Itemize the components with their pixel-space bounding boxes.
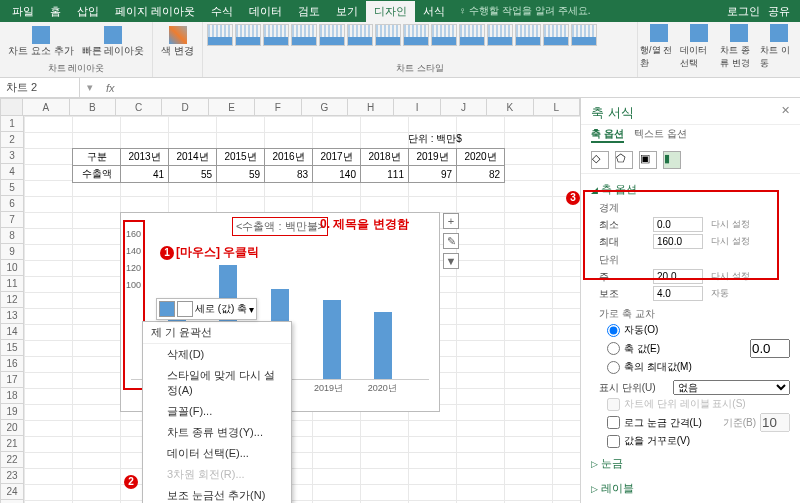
- chart-style-option[interactable]: [431, 24, 457, 46]
- tab-pagelayout[interactable]: 페이지 레이아웃: [107, 1, 203, 22]
- row-header[interactable]: 18: [0, 388, 24, 404]
- axis-options-icon[interactable]: ▮: [663, 151, 681, 169]
- minor-input[interactable]: [653, 286, 703, 301]
- row-header[interactable]: 11: [0, 276, 24, 292]
- row-header[interactable]: 7: [0, 212, 24, 228]
- chart-filter-button[interactable]: ▼: [443, 253, 459, 269]
- chart-style-option[interactable]: [403, 24, 429, 46]
- row-header[interactable]: 6: [0, 196, 24, 212]
- reverse-values-checkbox[interactable]: [607, 435, 620, 448]
- cross-max-radio[interactable]: [607, 361, 620, 374]
- tab-file[interactable]: 파일: [4, 1, 42, 22]
- min-input[interactable]: [653, 217, 703, 232]
- row-header[interactable]: 3: [0, 148, 24, 164]
- row-header[interactable]: 8: [0, 228, 24, 244]
- cross-value-input[interactable]: [750, 339, 790, 358]
- tab-home[interactable]: 홈: [42, 1, 69, 22]
- chart-style-option[interactable]: [319, 24, 345, 46]
- tab-design[interactable]: 디자인: [366, 1, 415, 22]
- col-header[interactable]: F: [255, 98, 301, 116]
- row-header[interactable]: 13: [0, 308, 24, 324]
- row-header[interactable]: 22: [0, 452, 24, 468]
- col-header[interactable]: K: [487, 98, 533, 116]
- pane-tab-text-options[interactable]: 텍스트 옵션: [634, 127, 687, 143]
- row-header[interactable]: 21: [0, 436, 24, 452]
- section-axis-options[interactable]: 축 옵션: [591, 180, 790, 199]
- row-header[interactable]: 23: [0, 468, 24, 484]
- row-header[interactable]: 24: [0, 484, 24, 500]
- col-header[interactable]: I: [394, 98, 440, 116]
- cross-value-radio[interactable]: [607, 342, 620, 355]
- effects-icon[interactable]: ⬠: [615, 151, 633, 169]
- col-header[interactable]: L: [534, 98, 580, 116]
- change-chart-type-button[interactable]: 차트 종류 변경: [720, 24, 758, 75]
- max-input[interactable]: [653, 234, 703, 249]
- move-chart-button[interactable]: 차트 이동: [760, 24, 798, 75]
- share-button[interactable]: 공유: [768, 4, 790, 19]
- tab-format[interactable]: 서식: [415, 1, 453, 22]
- row-header[interactable]: 2: [0, 132, 24, 148]
- row-header[interactable]: 20: [0, 420, 24, 436]
- row-header[interactable]: 12: [0, 292, 24, 308]
- chart-bar[interactable]: [323, 300, 341, 379]
- quick-layout-button[interactable]: 빠른 레이아웃: [78, 24, 149, 60]
- row-header[interactable]: 4: [0, 164, 24, 180]
- row-header[interactable]: 9: [0, 244, 24, 260]
- cross-auto-radio[interactable]: [607, 324, 620, 337]
- auto-minor[interactable]: 자동: [711, 287, 729, 300]
- dropdown-icon[interactable]: ▾: [249, 304, 254, 315]
- fx-icon[interactable]: fx: [100, 82, 121, 94]
- login-link[interactable]: 로그인: [727, 4, 760, 19]
- chart-style-option[interactable]: [291, 24, 317, 46]
- size-icon[interactable]: ▣: [639, 151, 657, 169]
- ctx-select-data[interactable]: 데이터 선택(E)...: [143, 443, 291, 464]
- chart-style-option[interactable]: [263, 24, 289, 46]
- chart-style-option[interactable]: [515, 24, 541, 46]
- pane-close-icon[interactable]: ✕: [781, 104, 790, 122]
- ctx-add-minor-gridlines[interactable]: 보조 눈금선 추가(N): [143, 485, 291, 503]
- reset-min[interactable]: 다시 설정: [711, 218, 750, 231]
- col-header[interactable]: C: [116, 98, 162, 116]
- pane-tab-axis-options[interactable]: 축 옵션: [591, 127, 624, 143]
- row-header[interactable]: 10: [0, 260, 24, 276]
- fill-color-icon[interactable]: [159, 301, 175, 317]
- chart-style-option[interactable]: [347, 24, 373, 46]
- select-data-button[interactable]: 데이터 선택: [680, 24, 718, 75]
- col-header[interactable]: H: [348, 98, 394, 116]
- change-colors-button[interactable]: 색 변경: [157, 24, 198, 60]
- add-chart-element-button[interactable]: 차트 요소 추가: [4, 24, 78, 60]
- section-label[interactable]: 레이블: [591, 479, 790, 498]
- name-box[interactable]: 차트 2: [0, 78, 80, 97]
- chart-styles-button[interactable]: ✎: [443, 233, 459, 249]
- row-header[interactable]: 16: [0, 356, 24, 372]
- chart-style-option[interactable]: [375, 24, 401, 46]
- major-input[interactable]: [653, 269, 703, 284]
- mini-toolbar[interactable]: 세로 (값) 축 ▾: [156, 298, 257, 320]
- row-header[interactable]: 15: [0, 340, 24, 356]
- reset-max[interactable]: 다시 설정: [711, 235, 750, 248]
- ctx-fill-outline[interactable]: 제 기 윤곽선: [143, 322, 291, 344]
- section-tick[interactable]: 눈금: [591, 454, 790, 473]
- outline-color-icon[interactable]: [177, 301, 193, 317]
- chart-style-option[interactable]: [543, 24, 569, 46]
- col-header[interactable]: A: [23, 98, 69, 116]
- tell-me[interactable]: 수행할 작업을 알려 주세요.: [469, 5, 590, 16]
- col-header[interactable]: G: [302, 98, 348, 116]
- row-header[interactable]: 1: [0, 116, 24, 132]
- row-header[interactable]: 5: [0, 180, 24, 196]
- display-unit-select[interactable]: 없음: [673, 380, 790, 395]
- chart-style-option[interactable]: [207, 24, 233, 46]
- col-header[interactable]: B: [70, 98, 116, 116]
- row-header[interactable]: 14: [0, 324, 24, 340]
- ctx-font[interactable]: 글꼴(F)...: [143, 401, 291, 422]
- log-scale-checkbox[interactable]: [607, 416, 620, 429]
- chart-style-option[interactable]: [487, 24, 513, 46]
- reset-major[interactable]: 다시 설정: [711, 270, 750, 283]
- switch-rowcol-button[interactable]: 행/열 전환: [640, 24, 678, 75]
- chart-bar[interactable]: [374, 312, 392, 379]
- ctx-delete[interactable]: 삭제(D): [143, 344, 291, 365]
- tab-insert[interactable]: 삽입: [69, 1, 107, 22]
- col-header[interactable]: J: [441, 98, 487, 116]
- chart-style-option[interactable]: [459, 24, 485, 46]
- select-all-corner[interactable]: [0, 98, 23, 116]
